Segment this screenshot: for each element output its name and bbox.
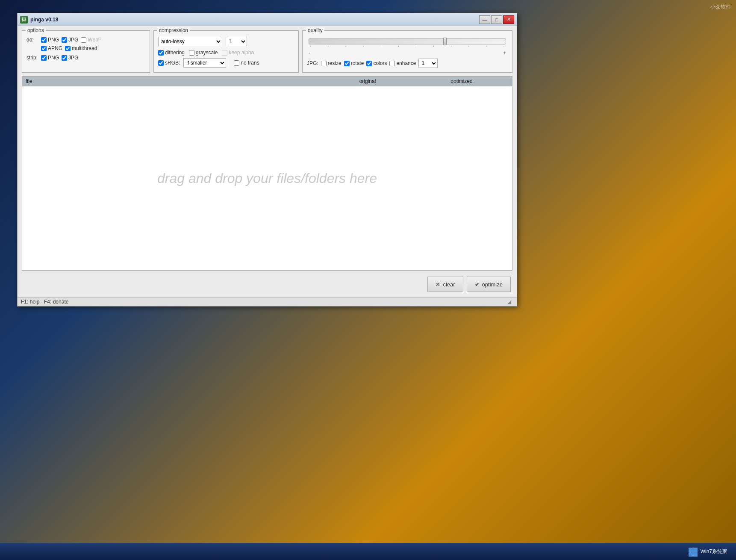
apng-checkbox-label[interactable]: APNG [41,45,62,51]
windows-logo[interactable] [685,544,701,560]
tick-2: ' [345,45,346,49]
clear-button[interactable]: ✕ clear [427,277,463,292]
dithering-checkbox-label[interactable]: dithering [158,50,185,56]
strip-row: strip: PNG JPG [26,55,145,61]
dithering-checkbox[interactable] [158,50,164,56]
optimize-button[interactable]: ✔ optimize [467,277,511,292]
tick-0: ' [310,45,311,49]
compression-mode-select[interactable]: auto-lossy lossless lossy [158,37,222,46]
tick-4: ' [380,45,381,49]
enhance-label: enhance [396,60,416,66]
colors-label: colors [373,60,387,66]
srgb-row: sRGB: if smaller always never no trans [158,58,294,68]
colors-checkbox-label[interactable]: colors [366,60,387,66]
file-list-header: file original optimized [22,77,512,86]
status-bar: F1: help - F4: donate ◢ [18,297,517,306]
options-legend: options [26,27,46,33]
dithering-label: dithering [165,50,185,56]
multithread-checkbox-label[interactable]: multithread [65,45,97,51]
compression-panel: compression auto-lossy lossless lossy 1 … [153,30,299,73]
jpg-label: JPG: [307,60,318,66]
no-trans-checkbox[interactable] [234,60,239,66]
webp-checkbox[interactable] [81,37,86,43]
enhance-checkbox[interactable] [389,61,395,66]
tick-6: ' [416,45,417,49]
resize-grip-icon[interactable]: ◢ [507,299,513,305]
col-file-header: file [26,78,321,84]
apng-checkbox[interactable] [41,46,47,51]
tick-9: ' [468,45,469,49]
apng-label: APNG [48,45,62,51]
strip-jpg-checkbox[interactable] [62,55,67,61]
quality-min-label: - [309,50,310,55]
svg-rect-0 [689,548,693,552]
tick-7: ' [433,45,434,49]
clear-icon: ✕ [436,281,440,288]
do-label: do: [26,37,38,43]
file-list-body[interactable]: drag and drop your files/folders here [22,86,512,270]
png-label: PNG [48,37,59,43]
window-body: options do: PNG JPG WebP [18,26,517,297]
multithread-checkbox[interactable] [65,46,71,51]
col-original-header: original [321,78,415,84]
resize-label: resize [328,60,342,66]
compression-legend: compression [157,27,190,33]
svg-rect-2 [689,552,693,557]
maximize-button[interactable]: □ [491,15,502,24]
png-checkbox[interactable] [41,37,47,43]
grayscale-checkbox-label[interactable]: grayscale [189,50,218,56]
window-title: pinga v0.18 [30,17,479,23]
optimize-icon: ✔ [475,281,480,288]
quality-minmax: - + [309,50,506,55]
tick-8: ' [451,45,452,49]
compression-mode-row: auto-lossy lossless lossy 1 2 3 4 5 [158,37,294,46]
rotate-checkbox[interactable] [344,61,350,66]
title-bar: 🖼 pinga v0.18 — □ ✕ [18,13,517,26]
resize-checkbox-label[interactable]: resize [321,60,342,66]
enhance-checkbox-label[interactable]: enhance [389,60,416,66]
compression-level-select[interactable]: 1 2 3 4 5 [226,37,247,46]
strip-png-checkbox-label[interactable]: PNG [41,55,59,61]
srgb-checkbox[interactable] [158,60,164,66]
colors-checkbox[interactable] [366,61,372,66]
png-checkbox-label[interactable]: PNG [41,37,59,43]
rotate-label: rotate [351,60,364,66]
srgb-mode-select[interactable]: if smaller always never [183,58,226,68]
strip-jpg-label: JPG [68,55,78,61]
quality-slider-track[interactable] [309,38,506,44]
grayscale-label: grayscale [196,50,218,56]
tick-3: ' [363,45,364,49]
keep-alpha-checkbox-label[interactable]: keep alpha [222,50,254,56]
strip-png-checkbox[interactable] [41,55,47,61]
multithread-label: multithread [72,45,97,51]
grayscale-checkbox[interactable] [189,50,194,56]
quality-slider-area: ' ' ' ' ' ' ' ' ' ' ' ' - [307,38,508,55]
watermark-text: 小众软件 [710,3,731,11]
optimize-label: optimize [482,281,503,288]
srgb-checkbox-label[interactable]: sRGB: [158,60,180,66]
resize-checkbox[interactable] [321,61,327,66]
webp-checkbox-label[interactable]: WebP [81,37,101,43]
jpg-level-select[interactable]: 1 2 3 [418,59,438,68]
main-window: 🖼 pinga v0.18 — □ ✕ options do: PNG [17,13,517,307]
top-panels: options do: PNG JPG WebP [22,30,512,73]
svg-rect-3 [693,552,698,557]
windows-logo-svg [688,547,698,557]
file-list-container: file original optimized drag and drop yo… [22,76,512,271]
tick-11: ' [503,45,504,49]
keep-alpha-checkbox[interactable] [222,50,227,56]
taskbar-label: Win7系统家 [701,548,727,555]
quality-slider-handle[interactable] [443,38,447,45]
minimize-button[interactable]: — [479,15,490,24]
jpg-checkbox-label[interactable]: JPG [62,37,78,43]
close-button[interactable]: ✕ [503,15,514,24]
tick-10: ' [486,45,487,49]
jpg-checkbox[interactable] [62,37,67,43]
no-trans-label: no trans [241,60,259,66]
clear-label: clear [443,281,455,288]
bottom-bar: ✕ clear ✔ optimize [22,274,512,293]
no-trans-checkbox-label[interactable]: no trans [234,60,259,66]
dithering-row: dithering grayscale keep alpha [158,50,294,56]
rotate-checkbox-label[interactable]: rotate [344,60,364,66]
strip-jpg-checkbox-label[interactable]: JPG [62,55,78,61]
